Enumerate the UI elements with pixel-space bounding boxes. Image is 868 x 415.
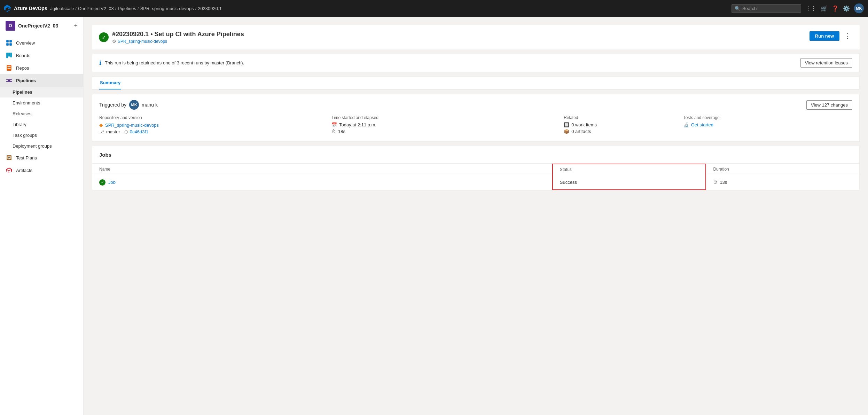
tests-label: Tests and coverage [683,115,852,120]
run-status-icon: ✓ [99,32,109,42]
info-icon: ℹ [99,60,101,66]
sidebar-item-task-groups-label: Task groups [13,133,37,138]
sidebar-item-pipelines-parent[interactable]: Pipelines [0,74,83,87]
view-retention-button[interactable]: View retention leases [800,58,852,68]
sidebar-item-pipelines[interactable]: Pipelines [0,87,83,97]
commit-link[interactable]: 0c46d3f1 [130,129,149,134]
jobs-table: Name Status Duration ✓ Job [92,164,859,190]
related-label: Related [564,115,677,120]
jobs-col-status: Status [553,164,706,175]
time-started: Today at 2:11 p.m. [339,122,376,127]
sidebar-item-boards[interactable]: Boards [0,49,83,62]
work-items-count: 0 work items [571,122,597,127]
svg-rect-6 [10,53,12,57]
avatar[interactable]: MK [854,3,864,13]
jobs-title: Jobs [99,152,111,158]
sidebar-item-environments[interactable]: Environments [0,97,83,108]
sidebar-item-overview-label: Overview [16,40,35,46]
sidebar-item-pipelines-label: Pipelines [13,89,32,95]
sidebar-item-test-plans[interactable]: Test Plans [0,151,83,164]
overview-icon [6,39,13,46]
repo-label: Repository and version [99,115,324,120]
sidebar-item-artifacts[interactable]: Artifacts [0,164,83,177]
triggered-by: Triggered by MK manu k [99,100,158,110]
breadcrumb-pipelines[interactable]: Pipelines [118,6,136,11]
search-icon: 🔍 [735,6,740,11]
branch-name: master [106,129,120,134]
page-header-right: Run new ⋮ [810,31,853,41]
page-header-left: ✓ #20230920.1 • Set up CI with Azure Pip… [99,31,244,44]
app-layout: O OneProjectV2_03 + Overview Boards [0,17,868,415]
retention-left: ℹ This run is being retained as one of 3… [99,60,244,66]
breadcrumb-project[interactable]: OneProjectV2_03 [78,6,114,11]
top-nav-right: 🔍 ⋮⋮ 🛒 ❓ ⚙️ MK [732,3,864,13]
more-options-button[interactable]: ⋮ [842,31,853,41]
nav-section: Overview Boards Repos Pipelines [0,35,83,178]
sidebar-item-environments-label: Environments [13,100,40,105]
job-link[interactable]: Job [108,180,116,185]
artifacts-related-icon: 📦 [564,129,569,134]
project-icon: O [6,21,15,31]
sidebar-item-deployment-groups-label: Deployment groups [13,143,52,149]
jobs-header: Jobs [92,146,859,164]
grid-menu-icon[interactable]: ⋮⋮ [805,5,816,12]
svg-rect-4 [6,53,8,58]
summary-tabs-card: Summary [92,76,860,90]
sidebar-item-overview[interactable]: Overview [0,37,83,49]
search-box[interactable]: 🔍 [732,4,801,13]
sidebar-item-library[interactable]: Library [0,119,83,130]
artifacts-icon [6,167,13,174]
page-title-wrap: #20230920.1 • Set up CI with Azure Pipel… [112,31,244,44]
repo-icon: ◆ [99,122,103,128]
svg-rect-5 [8,53,10,56]
svg-rect-0 [6,40,9,42]
meta-tests: Tests and coverage 🔬 Get started [683,115,852,136]
clock-icon: ⏱ [331,129,336,134]
branch-icon: ⎇ [99,130,104,134]
repos-icon [6,64,13,71]
boards-icon [6,52,13,59]
view-changes-button[interactable]: View 127 changes [806,100,852,110]
triggered-card: Triggered by MK manu k View 127 changes … [92,94,860,142]
duration-icon: ⏱ [713,180,718,185]
user-avatar: MK [129,100,139,110]
job-name-cell: ✓ Job [92,175,553,190]
sidebar-item-releases[interactable]: Releases [0,108,83,119]
app-name: Azure DevOps [14,6,47,11]
triggered-by-label: Triggered by [99,102,126,108]
project-header[interactable]: O OneProjectV2_03 + [0,17,83,35]
breadcrumb-pipeline-name[interactable]: SPR_spring-music-devops [140,6,194,11]
add-project-button[interactable]: + [74,22,78,30]
breadcrumb-run[interactable]: 20230920.1 [198,6,222,11]
tab-summary[interactable]: Summary [99,77,121,89]
testplans-icon [6,154,13,161]
triggered-header: Triggered by MK manu k View 127 changes [99,100,852,110]
elapsed-time: 18s [338,129,345,134]
repo-name-link[interactable]: SPR_spring-music-devops [105,123,159,128]
pipelines-parent-icon [6,77,13,84]
table-row: ✓ Job Success ⏱ 13s [92,175,859,190]
help-icon[interactable]: ❓ [832,5,839,12]
sidebar-item-deployment-groups[interactable]: Deployment groups [0,141,83,151]
azure-devops-logo[interactable]: Azure DevOps [4,5,47,12]
meta-repo: Repository and version ◆ SPR_spring-musi… [99,115,324,136]
svg-rect-2 [6,43,9,46]
breadcrumb-org[interactable]: agileatscale [50,6,74,11]
sidebar-item-boards-label: Boards [16,53,30,58]
main-content: ✓ #20230920.1 • Set up CI with Azure Pip… [84,17,868,415]
sidebar-item-task-groups[interactable]: Task groups [0,130,83,141]
sidebar-item-repos[interactable]: Repos [0,62,83,74]
section-tabs: Summary [92,77,859,89]
sidebar-item-repos-label: Repos [16,65,29,71]
pipeline-icon: ⚙ [112,39,116,44]
pipeline-name-link[interactable]: SPR_spring-music-devops [118,39,167,44]
jobs-table-body: ✓ Job Success ⏱ 13s [92,175,859,190]
get-started-link[interactable]: Get started [691,122,713,127]
search-input[interactable] [742,6,798,11]
commit-icon: ⬡ [124,130,128,134]
svg-rect-1 [9,40,12,42]
artifacts-count: 0 artifacts [571,129,591,134]
basket-icon[interactable]: 🛒 [821,5,828,12]
settings-icon[interactable]: ⚙️ [843,5,850,12]
run-new-button[interactable]: Run new [810,31,839,41]
